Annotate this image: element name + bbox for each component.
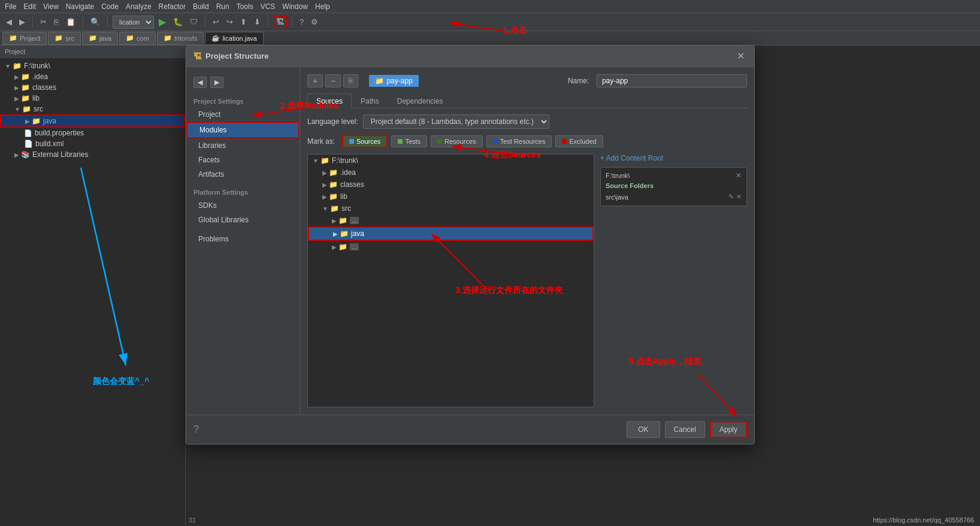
content-root-header: F:\trunk\ ✕ <box>606 171 742 180</box>
source-folder-remove[interactable]: ✕ <box>736 193 742 201</box>
mark-as-row: Mark as: Sources Tests Resources Test Re… <box>307 135 747 148</box>
ftree-sub-icon: 📁 <box>338 216 347 225</box>
toolbar-vcs2[interactable]: ↪ <box>224 16 235 28</box>
com-icon: 📁 <box>126 34 134 42</box>
menu-refactor[interactable]: Refactor <box>159 2 186 11</box>
tab-sources[interactable]: Sources <box>307 93 352 108</box>
ftree-idea[interactable]: ▶ 📁 .idea <box>308 167 594 179</box>
tab-paths[interactable]: Paths <box>352 93 388 108</box>
toolbar-search[interactable]: 🔍 <box>88 16 102 28</box>
tree-classes[interactable]: ▶ 📁 classes <box>0 82 185 93</box>
tree-src[interactable]: ▼ 📁 src <box>0 104 185 114</box>
menu-vcs[interactable]: VCS <box>261 2 276 11</box>
ftree-src-extra[interactable]: ▶ 📁 ... <box>308 241 594 253</box>
toolbar-vcs1[interactable]: ↩ <box>210 16 222 28</box>
toolbar-forward[interactable]: ▶ <box>17 16 28 28</box>
tree-build-properties[interactable]: 📄 build.properties <box>0 128 185 138</box>
menu-run[interactable]: Run <box>216 2 229 11</box>
nav-item-sdks[interactable]: SDKs <box>186 198 300 213</box>
menu-help[interactable]: Help <box>315 2 330 11</box>
lib-folder-icon: 📁 <box>21 94 30 102</box>
ftree-root[interactable]: ▼ 📁 F:\trunk\ <box>308 155 594 167</box>
file-tab-src[interactable]: 📁 src <box>48 32 81 45</box>
toolbar-back[interactable]: ◀ <box>4 16 14 28</box>
ok-button[interactable]: OK <box>627 421 660 438</box>
nav-item-global-libs[interactable]: Global Libraries <box>186 213 300 227</box>
cancel-button[interactable]: Cancel <box>665 421 705 438</box>
dialog-close-button[interactable]: ✕ <box>734 50 747 62</box>
toolbar-vcs4[interactable]: ⬇ <box>252 16 263 28</box>
nav-item-problems[interactable]: Problems <box>186 232 300 246</box>
mark-testres-button[interactable]: Test Resources <box>486 135 552 147</box>
module-name-input[interactable] <box>597 74 747 87</box>
lang-level-select[interactable]: Project default (8 - Lambdas, type annot… <box>363 114 549 129</box>
menu-window[interactable]: Window <box>282 2 308 11</box>
source-folder-edit[interactable]: ✎ <box>728 193 734 201</box>
menu-file[interactable]: File <box>5 2 16 11</box>
tritonsfs-icon: 📁 <box>164 34 172 42</box>
ftree-classes[interactable]: ▶ 📁 classes <box>308 179 594 191</box>
toolbar-cut[interactable]: ✂ <box>38 16 49 28</box>
add-module-button[interactable]: + <box>307 74 323 87</box>
toolbar-settings[interactable]: ⚙ <box>308 16 320 28</box>
tree-ext-libs[interactable]: ▶ 📚 External Libraries <box>0 149 185 160</box>
nav-item-project[interactable]: Project <box>186 107 300 122</box>
file-tab-com[interactable]: 📁 com <box>119 32 156 45</box>
toolbar-sep5 <box>268 17 268 28</box>
dialog-titlebar: 🏗 Project Structure ✕ <box>186 46 754 67</box>
mark-excluded-button[interactable]: Excluded <box>555 135 603 147</box>
nav-item-modules[interactable]: Modules <box>186 122 300 138</box>
content-split: ▼ 📁 F:\trunk\ ▶ 📁 .idea ▶ 📁 classes <box>307 154 747 407</box>
coverage-button[interactable]: 🛡 <box>187 16 200 28</box>
menu-edit[interactable]: Edit <box>23 2 36 11</box>
nav-forward-btn[interactable]: ▶ <box>210 77 223 88</box>
file-tab-java[interactable]: 📁 java <box>82 32 118 45</box>
nav-item-libraries[interactable]: Libraries <box>186 138 300 153</box>
run-config-dropdown[interactable]: lication <box>113 16 154 29</box>
nav-back-btn[interactable]: ◀ <box>193 77 207 88</box>
tree-java[interactable]: ▶ 📁 java <box>0 114 185 128</box>
content-root-close-btn[interactable]: ✕ <box>736 171 742 180</box>
menu-bar: File Edit View Navigate Code Analyze Ref… <box>0 0 980 13</box>
menu-tools[interactable]: Tools <box>237 2 253 11</box>
ftree-src-subfolder[interactable]: ▶ 📁 ... <box>308 214 594 226</box>
menu-analyze[interactable]: Analyze <box>126 2 152 11</box>
run-button[interactable]: ▶ <box>156 15 168 29</box>
nav-item-artifacts[interactable]: Artifacts <box>186 167 300 182</box>
help-icon[interactable]: ? <box>193 424 199 435</box>
mark-resources-button[interactable]: Resources <box>431 135 483 147</box>
menu-view[interactable]: View <box>43 2 59 11</box>
module-tag[interactable]: 📁 pay-app <box>369 75 418 87</box>
toolbar-vcs3[interactable]: ⬆ <box>238 16 249 28</box>
ftree-java[interactable]: ▶ 📁 java <box>308 226 594 241</box>
tree-idea[interactable]: ▶ 📁 .idea <box>0 71 185 82</box>
tree-root[interactable]: ▼ 📁 F:\trunk\ <box>0 61 185 71</box>
mark-sources-button[interactable]: Sources <box>342 135 388 148</box>
toolbar-copy[interactable]: ⎘ <box>52 16 61 28</box>
copy-module-button[interactable]: ⎘ <box>343 74 358 87</box>
tree-build-xml[interactable]: 📄 build.xml <box>0 138 185 149</box>
ftree-lib[interactable]: ▶ 📁 lib <box>308 191 594 202</box>
tree-lib[interactable]: ▶ 📁 lib <box>0 93 185 104</box>
ftree-src[interactable]: ▼ 📁 src <box>308 202 594 214</box>
file-tab-project[interactable]: 📁 Project <box>2 32 47 45</box>
file-tabs-bar: 📁 Project 📁 src 📁 java 📁 com 📁 tritonsfs… <box>0 31 980 46</box>
nav-item-facets[interactable]: Facets <box>186 153 300 167</box>
remove-module-button[interactable]: − <box>325 74 341 87</box>
toolbar-paste[interactable]: 📋 <box>63 16 78 28</box>
ftree-extra-icon: 📁 <box>338 243 347 251</box>
apply-button[interactable]: Apply <box>710 421 747 438</box>
build-properties-icon: 📄 <box>24 129 32 137</box>
menu-build[interactable]: Build <box>193 2 209 11</box>
project-structure-button[interactable]: 🏗 <box>273 16 287 28</box>
menu-code[interactable]: Code <box>101 2 119 11</box>
debug-button[interactable]: 🐛 <box>171 16 185 28</box>
tree-arrow-root: ▼ <box>5 63 11 69</box>
file-tab-tritonsfs[interactable]: 📁 tritonsfs <box>157 32 204 45</box>
toolbar-help[interactable]: ? <box>297 16 306 28</box>
file-tab-lication[interactable]: ☕ lication.java <box>205 32 263 45</box>
menu-navigate[interactable]: Navigate <box>66 2 94 11</box>
tab-dependencies[interactable]: Dependencies <box>388 93 452 108</box>
add-content-root-link[interactable]: + Add Content Root <box>600 154 747 162</box>
mark-tests-button[interactable]: Tests <box>391 135 427 147</box>
